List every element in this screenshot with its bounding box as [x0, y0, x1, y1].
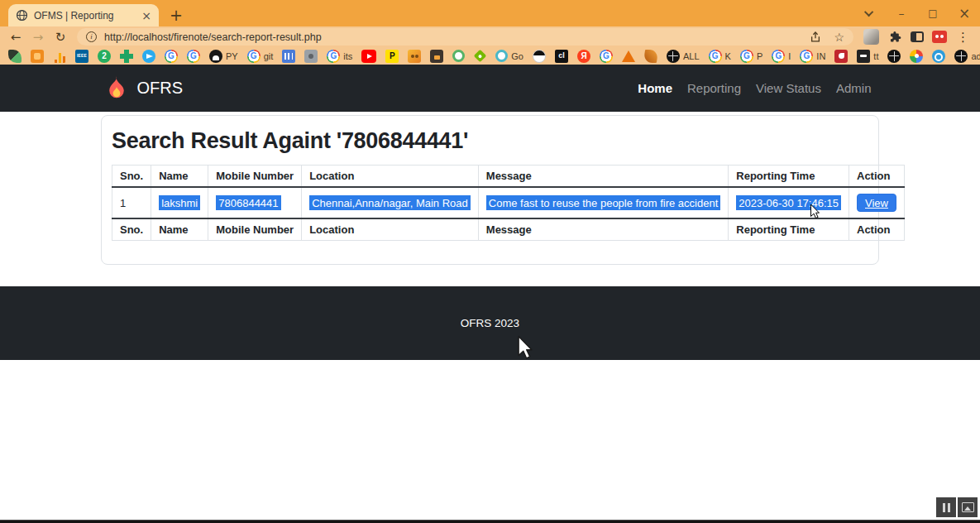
screen-recorder-controls — [936, 497, 978, 517]
bookmark[interactable] — [452, 50, 465, 62]
bookmark[interactable] — [31, 50, 44, 63]
image-icon — [962, 502, 974, 512]
bookmark[interactable]: Я — [577, 50, 590, 63]
camera-icon — [408, 50, 421, 63]
side-panel-icon[interactable] — [907, 27, 927, 46]
address-bar[interactable]: i http://localhost/firenote/search-repor… — [77, 28, 853, 46]
col-header-sno: Sno. — [112, 166, 151, 188]
yandex-icon: Я — [577, 50, 590, 63]
col-header-mobile: Mobile Number — [208, 166, 302, 188]
red-extension-icon[interactable] — [930, 27, 949, 46]
bookmark[interactable] — [8, 50, 22, 63]
bookmark[interactable] — [53, 50, 66, 63]
browser-tab[interactable]: OFMS | Reporting × — [8, 4, 159, 26]
back-icon[interactable]: ← — [6, 27, 26, 46]
browser-menu-icon[interactable]: ⋮ — [952, 30, 974, 45]
teal-ring-icon — [495, 50, 508, 62]
printer-icon — [857, 50, 870, 63]
bookmark[interactable] — [408, 50, 421, 63]
bookmark[interactable]: Ggit — [247, 50, 274, 63]
pause-button[interactable] — [936, 497, 956, 517]
browser-toolbar: ← → ↻ i http://localhost/firenote/search… — [0, 26, 980, 47]
bookmark[interactable]: tt — [857, 50, 878, 63]
globe-icon — [887, 50, 901, 63]
nav-item-home[interactable]: Home — [631, 74, 679, 102]
bookmark[interactable] — [932, 50, 945, 63]
tab-favicon-globe-icon — [16, 9, 28, 22]
tab-close-icon[interactable]: × — [141, 10, 151, 22]
col-header-time: Reporting Time — [729, 166, 849, 188]
bookmark[interactable] — [887, 50, 901, 63]
cell-action: View — [849, 187, 905, 218]
bookmark[interactable] — [430, 50, 443, 63]
google-icon: G — [327, 50, 340, 63]
bookmark[interactable]: 2 — [98, 50, 111, 63]
google-icon: G — [740, 50, 753, 63]
bookmark[interactable] — [304, 50, 318, 63]
tab-search-chevron-icon[interactable] — [854, 0, 886, 26]
nav-item-view-status[interactable]: View Status — [749, 74, 828, 102]
bookmark[interactable] — [622, 50, 635, 62]
refresh-icon[interactable]: ↻ — [50, 27, 70, 46]
green-plus-icon — [120, 50, 133, 63]
extensions-puzzle-icon[interactable] — [885, 27, 905, 46]
screenshot-button[interactable] — [958, 497, 978, 517]
bookmark[interactable]: G — [187, 50, 200, 63]
profile-avatar[interactable] — [863, 29, 879, 45]
url-text[interactable]: http://localhost/firenote/search-report-… — [104, 31, 802, 43]
tab-title: OFMS | Reporting — [34, 10, 136, 22]
wing-icon — [643, 50, 658, 63]
bookmark[interactable] — [361, 50, 376, 63]
blue-bars-icon — [282, 50, 295, 63]
orange-box-icon — [31, 50, 44, 63]
bookmark[interactable]: IEEE — [75, 50, 88, 63]
main-content: Search Result Againt '7806844441' Sno. N… — [0, 112, 980, 286]
bookmark[interactable] — [474, 50, 486, 62]
col-footer-mobile: Mobile Number — [208, 218, 302, 241]
bookmark[interactable]: cl — [555, 50, 568, 63]
share-icon[interactable] — [810, 31, 821, 43]
bar-chart-icon — [53, 50, 66, 63]
bookmark[interactable]: GI — [772, 50, 791, 63]
bookmark[interactable]: PY — [209, 50, 238, 63]
nav-item-admin[interactable]: Admin — [829, 74, 878, 102]
bookmark[interactable]: GIN — [800, 50, 825, 63]
close-button[interactable]: × — [949, 0, 980, 26]
bookmark[interactable]: Gits — [327, 50, 352, 63]
bookmark[interactable] — [644, 50, 657, 63]
bookmark[interactable] — [282, 50, 295, 63]
col-header-message: Message — [478, 166, 728, 188]
cell-time: 2023-06-30 17:46:15 — [729, 187, 849, 218]
table-row: 1 lakshmi 7806844441 Chennai,Anna/nagar,… — [112, 187, 905, 218]
site-info-icon[interactable]: i — [86, 31, 97, 42]
bookmark[interactable]: GK — [709, 50, 731, 63]
google-icon: G — [600, 50, 613, 63]
bookmark[interactable]: G — [600, 50, 613, 63]
bookmark[interactable] — [834, 50, 848, 63]
bookmark-star-icon[interactable]: ☆ — [834, 31, 844, 43]
bookmark[interactable]: Go — [495, 50, 523, 62]
green-ring-icon — [452, 50, 465, 62]
brand-text: OFRS — [137, 79, 184, 98]
maximize-button[interactable]: □ — [917, 0, 949, 26]
new-tab-button[interactable]: + — [165, 4, 187, 26]
bookmark[interactable] — [120, 50, 133, 63]
bookmark[interactable] — [533, 50, 546, 63]
view-button[interactable]: View — [857, 194, 896, 212]
bookmark[interactable]: ALL — [667, 50, 700, 63]
ieee-icon: IEEE — [75, 50, 88, 63]
bookmark[interactable]: GP — [740, 50, 762, 63]
bookmark[interactable] — [142, 50, 155, 63]
nav-links: Home Reporting View Status Admin — [631, 74, 877, 102]
selected-text: lakshmi — [159, 195, 200, 210]
bookmark[interactable]: P — [385, 50, 399, 63]
site-navbar: OFRS Home Reporting View Status Admin — [0, 65, 980, 112]
bookmark[interactable]: G — [165, 50, 178, 63]
nav-item-reporting[interactable]: Reporting — [681, 74, 748, 102]
bookmark[interactable]: ad — [954, 50, 980, 63]
minimize-button[interactable]: – — [886, 0, 917, 26]
brand[interactable]: OFRS — [103, 74, 184, 103]
bookmark[interactable] — [910, 50, 923, 63]
google-icon: G — [709, 50, 722, 63]
forward-icon[interactable]: → — [28, 27, 48, 46]
